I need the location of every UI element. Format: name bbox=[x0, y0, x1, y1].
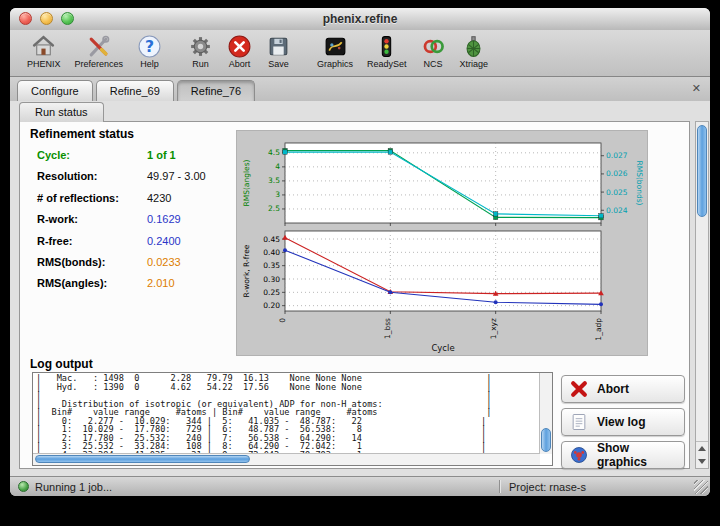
view-log-button-label: View log bbox=[597, 415, 645, 429]
stat-label: RMS(bonds): bbox=[37, 256, 147, 268]
stat-label: Resolution: bbox=[37, 170, 147, 182]
graphics-icon bbox=[323, 33, 348, 59]
up-arrow-icon bbox=[698, 446, 706, 451]
toolbar-label: Graphics bbox=[317, 59, 353, 69]
svg-text:0.024: 0.024 bbox=[606, 206, 628, 215]
toolbar-label: Xtriage bbox=[460, 59, 489, 69]
svg-text:0.20: 0.20 bbox=[263, 301, 280, 310]
svg-text:?: ? bbox=[145, 38, 154, 56]
toolbar-button-xtriage[interactable]: Xtriage bbox=[453, 33, 496, 69]
log-horizontal-scrollbar-thumb[interactable] bbox=[35, 455, 250, 463]
ncs-icon bbox=[421, 33, 446, 59]
svg-text:RMS(angles): RMS(angles) bbox=[242, 159, 251, 206]
tab-refine-69[interactable]: Refine_69 bbox=[96, 80, 174, 101]
stat-label: Cycle: bbox=[37, 149, 147, 161]
down-arrow-icon bbox=[698, 459, 706, 464]
log-output-box: | Mac. : 1498 0 2.28 79.79 16.13 None No… bbox=[32, 372, 553, 466]
stat-value: 49.97 - 3.00 bbox=[147, 170, 206, 182]
tab-bar: Configure Refine_69 Refine_76 ✕ bbox=[10, 77, 710, 102]
refinement-status-heading: Refinement status bbox=[30, 127, 134, 141]
stat-row-reflections: # of reflections: 4230 bbox=[37, 192, 206, 213]
toolbar-label: Abort bbox=[229, 59, 251, 69]
abort-circle-icon bbox=[227, 33, 252, 59]
stat-row-rms-angles: RMS(angles): 2.010 bbox=[37, 277, 206, 298]
tab-run-status[interactable]: Run status bbox=[19, 102, 104, 122]
svg-text:1_xyz: 1_xyz bbox=[489, 318, 498, 339]
log-vertical-scrollbar[interactable] bbox=[539, 373, 552, 454]
scroll-up-button[interactable] bbox=[696, 442, 708, 455]
stat-value: 0.1629 bbox=[147, 213, 181, 225]
main-vertical-scrollbar[interactable] bbox=[695, 121, 709, 469]
abort-x-icon bbox=[569, 379, 589, 399]
phenix-refine-window: phenix.refine PHENIX Preferences ? Help … bbox=[10, 8, 710, 496]
action-buttons: Abort View log Show graphics bbox=[561, 375, 685, 474]
help-icon: ? bbox=[137, 33, 162, 59]
refinement-stats: Cycle: 1 of 1 Resolution: 49.97 - 3.00 #… bbox=[37, 149, 206, 299]
refinement-chart-svg: 2.533.544.50.0240.0250.0260.027RMS(bonds… bbox=[237, 131, 647, 355]
log-vertical-scrollbar-thumb[interactable] bbox=[541, 428, 551, 452]
toolbar-label: Run bbox=[192, 59, 209, 69]
refinement-chart: 2.533.544.50.0240.0250.0260.027RMS(bonds… bbox=[236, 130, 648, 356]
run-status-pane: Refinement status Cycle: 1 of 1 Resoluti… bbox=[19, 121, 690, 469]
svg-text:0.45: 0.45 bbox=[263, 235, 280, 244]
show-graphics-button[interactable]: Show graphics bbox=[561, 441, 685, 469]
window-controls bbox=[19, 12, 74, 25]
toolbar-label: ReadySet bbox=[367, 59, 407, 69]
svg-text:0.025: 0.025 bbox=[606, 188, 628, 197]
close-icon[interactable]: ✕ bbox=[692, 82, 701, 95]
run-gear-icon bbox=[188, 33, 213, 59]
show-graphics-button-label: Show graphics bbox=[597, 441, 677, 469]
progress-spinner-icon bbox=[18, 481, 29, 492]
stat-row-resolution: Resolution: 49.97 - 3.00 bbox=[37, 170, 206, 191]
svg-text:0: 0 bbox=[278, 318, 287, 323]
toolbar-button-graphics[interactable]: Graphics bbox=[310, 33, 360, 69]
log-horizontal-scrollbar[interactable] bbox=[33, 453, 540, 465]
stat-row-rfree: R-free: 0.2400 bbox=[37, 235, 206, 256]
toolbar-button-abort[interactable]: Abort bbox=[220, 33, 259, 69]
toolbar-button-run[interactable]: Run bbox=[181, 33, 220, 69]
svg-text:2.5: 2.5 bbox=[268, 204, 280, 213]
content-area: Run status Refinement status Cycle: 1 of… bbox=[10, 101, 710, 476]
status-bar: Running 1 job... Project: rnase-s bbox=[10, 476, 710, 496]
view-log-button[interactable]: View log bbox=[561, 408, 685, 436]
stat-row-rms-bonds: RMS(bonds): 0.0233 bbox=[37, 256, 206, 277]
svg-text:0.25: 0.25 bbox=[263, 288, 280, 297]
stat-value: 0.0233 bbox=[147, 256, 181, 268]
stat-value: 0.2400 bbox=[147, 235, 181, 247]
toolbar: PHENIX Preferences ? Help Run Abort Save… bbox=[10, 30, 710, 77]
tab-configure[interactable]: Configure bbox=[17, 80, 93, 101]
log-text: | Mac. : 1498 0 2.28 79.79 16.13 None No… bbox=[36, 374, 539, 453]
toolbar-button-preferences[interactable]: Preferences bbox=[68, 33, 131, 69]
stat-row-cycle: Cycle: 1 of 1 bbox=[37, 149, 206, 170]
project-label: Project: rnase-s bbox=[509, 481, 586, 493]
toolbar-button-help[interactable]: ? Help bbox=[130, 33, 169, 69]
toolbar-button-readyset[interactable]: ReadySet bbox=[360, 33, 414, 69]
svg-text:RMS(bonds): RMS(bonds) bbox=[635, 160, 644, 205]
save-floppy-icon bbox=[266, 33, 291, 59]
scroll-down-button[interactable] bbox=[696, 455, 708, 468]
stat-label: R-work: bbox=[37, 213, 147, 225]
zoom-window-button[interactable] bbox=[61, 12, 74, 25]
close-window-button[interactable] bbox=[19, 12, 32, 25]
svg-text:4: 4 bbox=[275, 162, 280, 171]
toolbar-button-save[interactable]: Save bbox=[259, 33, 298, 69]
stat-value: 4230 bbox=[147, 192, 171, 204]
stat-label: RMS(angles): bbox=[37, 277, 147, 289]
svg-text:3: 3 bbox=[275, 190, 280, 199]
xtriage-icon bbox=[461, 33, 486, 59]
svg-text:0.027: 0.027 bbox=[606, 151, 628, 160]
minimize-window-button[interactable] bbox=[40, 12, 53, 25]
tab-refine-76[interactable]: Refine_76 bbox=[177, 80, 255, 101]
svg-text:Cycle: Cycle bbox=[431, 343, 454, 353]
abort-button-label: Abort bbox=[597, 382, 629, 396]
svg-text:0.026: 0.026 bbox=[606, 169, 628, 178]
titlebar[interactable]: phenix.refine bbox=[10, 8, 710, 31]
toolbar-label: Save bbox=[268, 59, 289, 69]
view-log-icon bbox=[569, 412, 589, 432]
resize-grip[interactable] bbox=[694, 480, 708, 494]
main-scrollbar-thumb[interactable] bbox=[697, 125, 707, 217]
toolbar-button-phenix[interactable]: PHENIX bbox=[20, 33, 68, 69]
toolbar-button-ncs[interactable]: NCS bbox=[414, 33, 453, 69]
svg-text:1_adp: 1_adp bbox=[594, 318, 603, 341]
abort-button[interactable]: Abort bbox=[561, 375, 685, 403]
